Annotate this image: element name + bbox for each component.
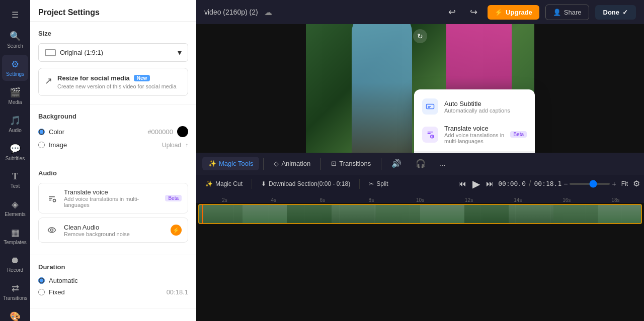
fixed-value: 00:18.1 (167, 288, 188, 296)
audio-section-title: Audio (38, 169, 188, 177)
zoom-out-button[interactable]: − (564, 180, 568, 188)
upload-icon: ↑ (185, 142, 188, 149)
animation-icon: ◇ (274, 160, 279, 167)
ruler-mark-2s: 2s (200, 197, 249, 203)
upgrade-button[interactable]: ⚡ Upgrade (488, 5, 539, 20)
duration-section-title: Duration (38, 263, 188, 271)
share-button[interactable]: 👤 Share (545, 5, 589, 20)
zoom-in-button[interactable]: + (612, 180, 616, 188)
size-value: Original (1:9:1) (60, 49, 103, 56)
upgrade-icon: ⚡ (495, 9, 503, 16)
ratio-box-icon (45, 49, 56, 56)
timeline-track[interactable] (198, 204, 642, 224)
split-button[interactable]: ✂ Split (364, 178, 393, 189)
translate-voice-dropdown-title: Translate voice (444, 125, 504, 132)
menu-icon[interactable]: ☰ (7, 5, 24, 25)
transitions-toolbar-icon: ⊡ (331, 160, 337, 167)
time-current: 00:00.0 (498, 180, 526, 187)
timeline-settings-button[interactable]: ⚙ (633, 179, 640, 188)
automatic-radio[interactable] (38, 277, 45, 284)
divider-1 (414, 151, 535, 152)
svg-point-0 (53, 199, 56, 201)
media-icon: 🎬 (10, 87, 21, 98)
sidebar-item-subtitles[interactable]: 💬 Subtitles (2, 139, 28, 165)
resize-card[interactable]: ↗ Resize for social media New Create new… (38, 68, 188, 96)
pro-badge: ⚡ (171, 225, 182, 236)
magic-cut-button[interactable]: ✨ Magic Cut (200, 178, 248, 189)
filters-icon: 🎨 (10, 311, 21, 321)
time-total: 00:18.1 (534, 180, 561, 187)
toolbar-sep-2 (320, 158, 321, 170)
auto-subtitle-item[interactable]: Auto Subtitle Automatically add captions (414, 93, 535, 120)
templates-icon: ▦ (11, 227, 20, 238)
fixed-radio[interactable] (38, 289, 45, 295)
sidebar-item-elements[interactable]: ◈ Elements (2, 195, 28, 221)
project-settings-panel: Project Settings Size Original (1:9:1) ▾… (30, 0, 196, 321)
bottom-toolbar: ✨ Magic Tools ◇ Animation ⊡ Transitions … (196, 153, 644, 175)
zoom-slider[interactable] (570, 183, 610, 185)
ruler-mark-14s: 14s (494, 197, 542, 203)
sidebar-item-search[interactable]: 🔍 Search (2, 27, 28, 53)
timeline-area: 2s 4s 6s 8s 10s 12s 14s 16s 18s (196, 193, 644, 322)
auto-subtitle-desc: Automatically add captions (444, 108, 527, 114)
toolbar-sep-1 (263, 158, 264, 170)
resize-icon: ↗ (45, 75, 52, 86)
refresh-button[interactable]: ↻ (413, 29, 427, 43)
panel-title: Project Settings (30, 0, 196, 22)
download-section-button[interactable]: ⬇ Download Section(0:00 - 0:18) (256, 178, 355, 189)
main-content: video (2160p) (2) ☁ ↩ ↪ ⚡ Upgrade 👤 Shar… (196, 0, 644, 321)
sidebar-item-media[interactable]: 🎬 Media (2, 83, 28, 109)
sidebar-item-audio[interactable]: 🎵 Audio (2, 111, 28, 137)
download-icon: ⬇ (261, 180, 266, 187)
transitions-button[interactable]: ⊡ Transitions (325, 157, 377, 170)
more-button[interactable]: ... (434, 157, 451, 170)
translate-voice-item[interactable]: Translate voice Add voice translations i… (38, 183, 188, 213)
sidebar-item-settings[interactable]: ⚙ Settings (2, 55, 28, 81)
audio-section: Audio Translate voice Add voice translat… (30, 161, 196, 255)
translate-voice-icon (422, 127, 438, 143)
redo-button[interactable]: ↪ (466, 5, 481, 20)
undo-button[interactable]: ↩ (444, 5, 460, 20)
image-radio[interactable] (38, 142, 45, 148)
resize-desc: Create new version of this video for soc… (57, 83, 177, 89)
clean-audio-item[interactable]: Clean Audio Remove background noise ⚡ (38, 218, 188, 243)
sidebar-item-templates[interactable]: ▦ Templates (2, 223, 28, 249)
sidebar-item-filters[interactable]: 🎨 Filters (2, 307, 28, 321)
new-badge: New (134, 75, 150, 81)
ruler-mark-4s: 4s (249, 197, 298, 203)
done-button[interactable]: Done ✓ (595, 5, 636, 20)
sidebar-item-transitions[interactable]: ⇄ Transitions (2, 279, 28, 305)
sidebar-item-record[interactable]: ⏺ Record (2, 251, 28, 277)
magic-tools-button[interactable]: ✨ Magic Tools (202, 157, 259, 170)
translate-voice-icon (45, 191, 59, 205)
magic-cut-icon: ✨ (205, 180, 213, 187)
color-radio[interactable] (38, 129, 45, 135)
checkmark-icon: ✓ (622, 9, 628, 16)
upload-button[interactable]: Upload (162, 142, 181, 149)
audio-toolbar-icon: 🔊 (391, 159, 401, 168)
translate-voice-title: Translate voice (64, 188, 160, 196)
zoom-fit-button[interactable]: Fit (618, 178, 631, 189)
clean-audio-title: Clean Audio (64, 224, 166, 231)
action-sep-1 (252, 179, 252, 189)
person-left (352, 24, 412, 153)
skip-forward-button[interactable]: ⏭ (484, 177, 496, 190)
animation-button[interactable]: ◇ Animation (268, 157, 316, 170)
timeline-ruler: 2s 4s 6s 8s 10s 12s 14s 16s 18s (196, 193, 644, 203)
elements-icon: ◈ (12, 199, 19, 210)
headphone-button[interactable]: 🎧 (410, 156, 432, 171)
fixed-label: Fixed (49, 288, 163, 296)
color-label: Color (49, 128, 143, 136)
size-section-title: Size (38, 30, 188, 37)
ruler-mark-6s: 6s (298, 197, 347, 203)
audio-toolbar-button[interactable]: 🔊 (385, 156, 408, 171)
ruler-mark-12s: 12s (445, 197, 494, 203)
color-swatch[interactable] (177, 126, 188, 137)
record-icon: ⏺ (11, 255, 20, 266)
size-dropdown[interactable]: Original (1:9:1) ▾ (38, 43, 188, 62)
playhead[interactable] (202, 204, 203, 224)
translate-voice-item[interactable]: Translate voice Add voice translations i… (414, 120, 535, 149)
play-button[interactable]: ▶ (470, 176, 482, 192)
sidebar-item-text[interactable]: T Text (2, 167, 28, 193)
skip-back-button[interactable]: ⏮ (456, 177, 468, 190)
